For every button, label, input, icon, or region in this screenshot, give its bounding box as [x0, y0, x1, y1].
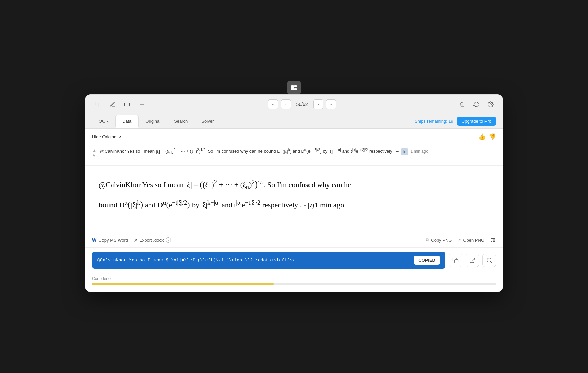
- svg-rect-0: [291, 85, 294, 90]
- prev-page-button[interactable]: ‹: [281, 99, 291, 109]
- svg-rect-11: [455, 259, 458, 263]
- thumbs-down-button[interactable]: 👎: [489, 133, 496, 140]
- svg-point-4: [490, 104, 492, 105]
- latex-code-text: @CalvinKhor Yes so I mean $|\xi|=\left(\…: [97, 258, 410, 263]
- feedback-icons: 👍 👎: [478, 133, 496, 140]
- delete-button[interactable]: [457, 99, 468, 110]
- snips-remaining: Snips remaining: 19: [415, 119, 453, 124]
- open-png-label: Open PNG: [463, 238, 484, 243]
- export-docx-button[interactable]: ↗ Export .docx ?: [134, 237, 171, 243]
- tab-original[interactable]: Original: [139, 115, 167, 127]
- app-logo-area: [85, 81, 503, 94]
- svg-rect-1: [294, 85, 297, 87]
- keyboard-button[interactable]: [122, 99, 133, 110]
- tab-data[interactable]: Data: [115, 115, 139, 128]
- upgrade-button[interactable]: Upgrade to Pro: [457, 117, 496, 126]
- clipboard-button[interactable]: [449, 254, 462, 267]
- tabs-bar: OCR Data Original Search Solver Snips re…: [85, 114, 503, 129]
- tab-search[interactable]: Search: [167, 115, 195, 127]
- hide-original-button[interactable]: Hide Original ∧: [92, 134, 122, 139]
- toolbar-left: [92, 99, 147, 110]
- hide-original-label: Hide Original: [92, 134, 117, 139]
- math-display: @CalvinKhor Yes so I mean |ξ| = ((ξ1)2 +…: [99, 176, 489, 213]
- page-indicator: 56/62: [294, 102, 311, 107]
- tabs-right: Snips remaining: 19 Upgrade to Pro: [415, 114, 496, 128]
- copy-ms-word-button[interactable]: W Copy MS Word: [92, 237, 128, 243]
- svg-point-8: [492, 238, 493, 239]
- menu-button[interactable]: [137, 99, 147, 110]
- toolbar-center: « ‹ 56/62 › »: [153, 99, 451, 109]
- open-png-icon: ↗: [457, 238, 461, 243]
- username-badge: lzj: [401, 148, 408, 155]
- crop-tool-button[interactable]: [92, 99, 103, 110]
- ocr-output: @CalvinKhor Yes so I mean |ξ| = ((ξ1)2 +…: [85, 166, 503, 233]
- refresh-button[interactable]: [471, 99, 482, 110]
- action-bar: W Copy MS Word ↗ Export .docx ? ⧉ Copy P…: [85, 233, 503, 248]
- svg-point-9: [494, 240, 495, 241]
- svg-point-10: [492, 241, 493, 242]
- svg-point-13: [487, 258, 491, 262]
- confidence-bar-background: [92, 283, 496, 285]
- confidence-bar-fill: [92, 283, 274, 285]
- thumbs-up-button[interactable]: 👍: [478, 133, 486, 140]
- original-preview: ▲ ⚑ @CalvinKhor Yes so I mean |ξ| = ((ξ1…: [92, 144, 496, 161]
- copy-ms-word-label: Copy MS Word: [98, 238, 128, 243]
- content-area: Hide Original ∧ 👍 👎 ▲ ⚑ @CalvinKhor Yes …: [85, 129, 503, 292]
- latex-code-box: @CalvinKhor Yes so I mean $|\xi|=\left(\…: [92, 252, 445, 269]
- main-window: « ‹ 56/62 › » OCR Data Or: [85, 94, 503, 292]
- original-text: @CalvinKhor Yes so I mean |ξ| = ((ξ1)2 +…: [100, 147, 496, 156]
- copy-png-label: Copy PNG: [431, 238, 452, 243]
- upvote-icon: ▲: [92, 148, 97, 153]
- export-button[interactable]: [466, 254, 479, 267]
- toolbar-right: [457, 99, 496, 110]
- copy-png-button[interactable]: ⧉ Copy PNG: [426, 237, 452, 243]
- flag-icon: ⚑: [92, 154, 96, 159]
- app-logo: [287, 81, 301, 94]
- app-container: « ‹ 56/62 › » OCR Data Or: [85, 81, 503, 292]
- copied-button[interactable]: COPIED: [414, 256, 440, 265]
- confidence-label: Confidence: [92, 276, 496, 281]
- chevron-up-icon: ∧: [119, 134, 122, 139]
- next-page-button[interactable]: ›: [313, 99, 323, 109]
- word-icon: W: [92, 237, 96, 243]
- search-button[interactable]: [482, 254, 496, 267]
- hide-original-bar: Hide Original ∧ 👍 👎: [92, 133, 496, 140]
- first-page-button[interactable]: «: [268, 99, 278, 109]
- last-page-button[interactable]: »: [326, 99, 336, 109]
- time-ago: 1 min ago: [410, 149, 428, 154]
- open-png-button[interactable]: ↗ Open PNG: [457, 238, 484, 243]
- svg-rect-3: [125, 103, 130, 106]
- action-right: ⧉ Copy PNG ↗ Open PNG: [426, 237, 496, 243]
- latex-bar: @CalvinKhor Yes so I mean $|\xi|=\left(\…: [85, 248, 503, 273]
- pen-tool-button[interactable]: [107, 99, 118, 110]
- confidence-section: Confidence: [85, 273, 503, 292]
- toolbar: « ‹ 56/62 › »: [85, 95, 503, 114]
- vote-column: ▲ ⚑: [92, 148, 97, 159]
- copy-png-icon: ⧉: [426, 237, 429, 243]
- export-docx-label: Export .docx: [139, 238, 164, 243]
- export-icon: ↗: [134, 238, 137, 243]
- original-section: Hide Original ∧ 👍 👎 ▲ ⚑ @CalvinKhor Yes …: [85, 129, 503, 166]
- svg-rect-2: [294, 88, 297, 90]
- svg-line-12: [472, 258, 475, 261]
- settings-button[interactable]: [485, 99, 496, 110]
- tab-ocr[interactable]: OCR: [92, 115, 115, 127]
- svg-line-14: [490, 261, 491, 262]
- display-settings-button[interactable]: [490, 237, 496, 243]
- tab-solver[interactable]: Solver: [195, 115, 220, 127]
- help-icon: ?: [166, 237, 171, 243]
